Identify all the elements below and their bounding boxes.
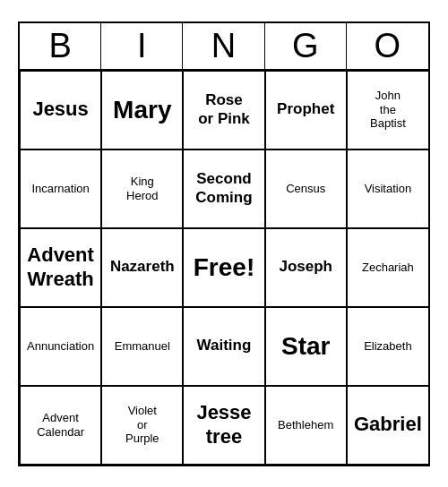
header-letter-B: B: [20, 23, 101, 69]
cell-r4-c2: Jessetree: [183, 386, 264, 465]
cell-text-r1-c4: Visitation: [365, 182, 412, 196]
cell-r1-c2: SecondComing: [183, 150, 264, 228]
cell-text-r4-c0: AdventCalendar: [37, 411, 84, 439]
header-letter-N: N: [183, 23, 264, 69]
cell-r0-c3: Prophet: [265, 71, 347, 150]
cell-text-r0-c1: Mary: [113, 95, 171, 125]
cell-text-r2-c2: Free!: [194, 252, 254, 283]
cell-r2-c1: Nazareth: [101, 228, 183, 307]
cell-r2-c2: Free!: [183, 228, 264, 307]
cell-text-r1-c3: Census: [286, 182, 325, 196]
cell-r0-c1: Mary: [101, 71, 183, 150]
cell-r3-c3: Star: [265, 307, 347, 386]
cell-r4-c1: VioletorPurple: [101, 386, 183, 465]
cell-text-r2-c0: AdventWreath: [27, 244, 94, 291]
cell-text-r3-c3: Star: [281, 331, 330, 362]
cell-text-r3-c1: Emmanuel: [115, 339, 170, 354]
cell-r3-c0: Annunciation: [20, 307, 101, 386]
cell-text-r3-c4: Elizabeth: [364, 339, 411, 354]
cell-text-r2-c3: Joseph: [279, 258, 332, 276]
cell-text-r0-c3: Prophet: [277, 100, 334, 118]
cell-text-r0-c0: Jesus: [32, 98, 88, 121]
header-letter-O: O: [347, 23, 428, 69]
cell-r2-c0: AdventWreath: [20, 228, 101, 307]
cell-r4-c0: AdventCalendar: [20, 386, 101, 465]
cell-r3-c4: Elizabeth: [347, 307, 428, 386]
cell-r4-c3: Bethlehem: [265, 386, 347, 465]
cell-r2-c4: Zechariah: [347, 228, 428, 307]
cell-r1-c3: Census: [265, 150, 347, 228]
cell-text-r1-c2: SecondComing: [195, 170, 252, 207]
cell-text-r0-c4: JohntheBaptist: [370, 89, 406, 131]
cell-text-r4-c1: VioletorPurple: [125, 404, 159, 446]
cell-text-r4-c4: Gabriel: [354, 413, 422, 436]
header-letter-G: G: [265, 23, 347, 69]
cell-r0-c2: Roseor Pink: [183, 71, 264, 150]
cell-r3-c1: Emmanuel: [101, 307, 183, 386]
cell-text-r2-c4: Zechariah: [362, 261, 414, 275]
cell-r1-c1: KingHerod: [101, 150, 183, 228]
cell-text-r1-c0: Incarnation: [31, 182, 89, 196]
header-letter-I: I: [101, 23, 183, 69]
cell-text-r3-c2: Waiting: [197, 337, 252, 355]
bingo-header: BINGO: [20, 23, 428, 71]
cell-r3-c2: Waiting: [183, 307, 264, 386]
cell-r0-c0: Jesus: [20, 71, 101, 150]
cell-text-r2-c1: Nazareth: [110, 258, 175, 276]
bingo-grid: JesusMaryRoseor PinkProphetJohntheBaptis…: [20, 71, 428, 465]
cell-r1-c0: Incarnation: [20, 150, 101, 228]
cell-r0-c4: JohntheBaptist: [347, 71, 428, 150]
cell-r4-c4: Gabriel: [347, 386, 428, 465]
bingo-card: BINGO JesusMaryRoseor PinkProphetJohnthe…: [18, 21, 430, 466]
cell-text-r3-c0: Annunciation: [27, 339, 94, 354]
cell-text-r0-c2: Roseor Pink: [198, 91, 250, 128]
cell-r2-c3: Joseph: [265, 228, 347, 307]
cell-r1-c4: Visitation: [347, 150, 428, 228]
cell-text-r1-c1: KingHerod: [126, 175, 158, 202]
cell-text-r4-c2: Jessetree: [196, 401, 251, 449]
cell-text-r4-c3: Bethlehem: [278, 418, 333, 432]
